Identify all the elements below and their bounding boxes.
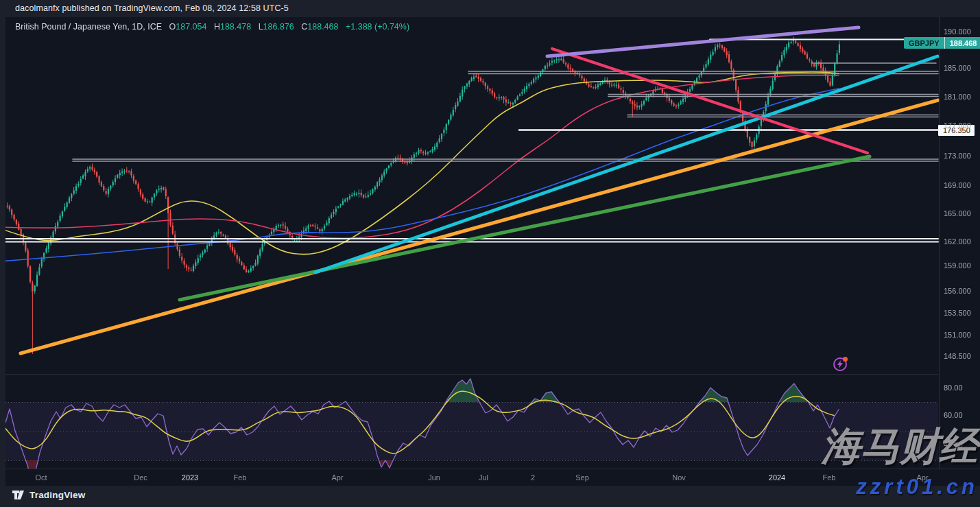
tradingview-logo[interactable]: TradingView xyxy=(12,490,85,500)
badge-symbol: GBPJPY xyxy=(904,37,944,49)
open-value: 187.054 xyxy=(176,22,206,32)
price-axis-label: 165.000 xyxy=(944,209,971,217)
watermark-url: zzrt01.cn xyxy=(789,476,978,497)
price-axis-label: 148.500 xyxy=(944,352,971,360)
price-axis-label: 185.000 xyxy=(944,64,971,72)
time-axis-label: Apr xyxy=(331,473,343,482)
rsi-axis-label: 60.00 xyxy=(944,411,963,419)
time-axis-label: 2 xyxy=(531,473,535,482)
change-value: +1.388 (+0.74%) xyxy=(346,22,409,32)
price-axis-label: 156.000 xyxy=(944,287,971,295)
lightning-icon xyxy=(836,360,844,368)
price-axis-label: 151.000 xyxy=(944,331,971,339)
last-price-badge: GBPJPY 188.468 xyxy=(904,37,980,49)
close-value: 188.468 xyxy=(307,22,338,32)
time-axis-label: Jul xyxy=(479,473,488,482)
open-label: O xyxy=(169,22,176,32)
time-axis-label: Feb xyxy=(234,473,247,482)
watermark-cn: 海马财经 xyxy=(806,427,978,466)
rsi-axis-label: 80.00 xyxy=(944,384,963,392)
time-axis-label: Oct xyxy=(35,473,47,482)
time-axis-label: Dec xyxy=(134,473,147,482)
tradingview-chart-screenshot: dacolmanfx published on TradingView.com,… xyxy=(0,0,980,507)
high-value: 188.478 xyxy=(220,22,251,32)
high-label: H xyxy=(214,22,220,32)
price-axis-label: 177.000 xyxy=(944,121,971,130)
symbol-header[interactable]: British Pound / Japanese Yen, 1D, ICE O1… xyxy=(15,22,409,32)
price-axis-label: 190.000 xyxy=(944,27,971,36)
price-axis-label: 159.000 xyxy=(944,261,971,270)
time-axis-label: Sep xyxy=(575,473,589,482)
time-axis-label: 2023 xyxy=(182,473,198,482)
attribution-text: dacolmanfx published on TradingView.com,… xyxy=(15,3,289,13)
attribution-bar: dacolmanfx published on TradingView.com,… xyxy=(0,0,980,17)
close-label: C xyxy=(301,22,307,32)
badge-price: 188.468 xyxy=(945,37,980,49)
tradingview-logo-icon xyxy=(12,490,25,500)
time-axis-label: Jun xyxy=(428,473,440,482)
symbol-title[interactable]: British Pound / Japanese Yen, 1D, ICE xyxy=(15,22,162,32)
price-axis-label: 162.000 xyxy=(944,237,971,246)
time-axis-label: Nov xyxy=(672,473,686,482)
price-axis-label: 169.000 xyxy=(944,181,971,189)
time-axis-label: 2024 xyxy=(769,473,785,482)
price-axis-label: 181.000 xyxy=(944,93,971,101)
low-label: L xyxy=(259,22,263,32)
price-chart-canvas[interactable] xyxy=(5,17,980,486)
price-axis-label: 173.000 xyxy=(944,152,971,160)
price-axis-label: 153.500 xyxy=(944,309,971,317)
tradingview-logo-text: TradingView xyxy=(29,490,85,500)
low-value: 186.876 xyxy=(263,22,294,32)
chart-widget: British Pound / Japanese Yen, 1D, ICE O1… xyxy=(5,17,980,486)
flash-bolt-icon xyxy=(833,357,847,371)
